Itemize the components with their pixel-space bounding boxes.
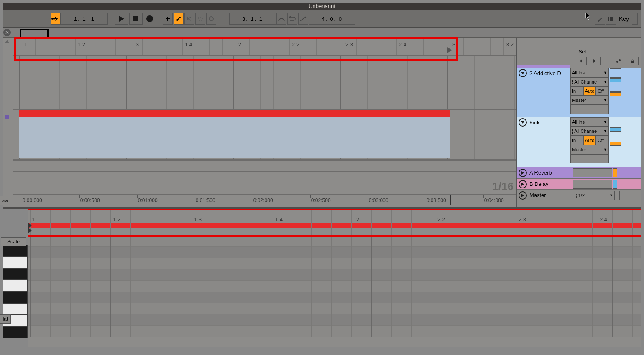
overdub-plus-button[interactable]	[163, 13, 173, 25]
loop-start-display[interactable]: 3. 1. 1	[229, 13, 276, 25]
clip-beat-ruler[interactable]: 11.21.31.422.22.32.4	[28, 209, 641, 236]
draw-mode-button[interactable]: aw	[0, 196, 10, 205]
note-row[interactable]	[28, 326, 641, 337]
envelope-curve-b-button[interactable]	[298, 13, 308, 25]
next-locator-button[interactable]	[589, 57, 601, 65]
note-row[interactable]	[28, 247, 641, 258]
monitor-in-button[interactable]: In	[570, 86, 583, 96]
midi-map-button[interactable]	[606, 13, 616, 25]
track-name[interactable]: 2 Addictive D	[529, 70, 561, 76]
input-channel-dropdown[interactable]: ¦ All Channe▼	[570, 77, 609, 86]
output-channel-dropdown[interactable]	[570, 154, 609, 163]
time-ruler[interactable]: 0:00:0000:00:5000:01:0000:01:5000:02:000…	[13, 195, 516, 205]
beat-ruler[interactable]: 11.21.31.422.22.32.433.2	[13, 38, 516, 56]
back-to-arrangement-button[interactable]	[184, 13, 194, 25]
scale-button[interactable]: Scale	[1, 237, 26, 246]
piano-key[interactable]	[3, 303, 28, 315]
note-row[interactable]	[28, 281, 641, 292]
monitor-auto-button[interactable]: Auto	[583, 86, 596, 96]
return-slot[interactable]	[573, 168, 612, 178]
master-lane[interactable]: 1/16	[13, 183, 516, 195]
stop-button[interactable]	[129, 13, 143, 25]
mixer-slot[interactable]	[610, 118, 621, 127]
loop-brackets-button[interactable]	[195, 13, 205, 25]
arrangement-timeline[interactable]: 11.21.31.422.22.32.433.2 1/16 0:00:0000:…	[13, 38, 517, 207]
fold-track-button[interactable]	[519, 69, 527, 77]
track-row[interactable]	[13, 110, 516, 160]
arrangement-overview[interactable]: ✕	[3, 28, 641, 38]
automation-arm-button[interactable]	[174, 13, 184, 25]
note-row[interactable]	[28, 258, 641, 269]
track-row[interactable]	[13, 56, 516, 110]
return-extra[interactable]	[613, 168, 617, 178]
play-button[interactable]	[115, 13, 128, 25]
piano-roll-keys[interactable]: Scale lat	[3, 209, 28, 347]
piano-key[interactable]	[3, 327, 28, 338]
piano-key[interactable]	[3, 268, 28, 280]
return-lane[interactable]	[13, 160, 516, 171]
mixer-slot[interactable]	[610, 127, 621, 132]
monitor-in-button[interactable]: In	[570, 136, 583, 145]
mixer-slot[interactable]	[610, 68, 621, 78]
note-row[interactable]	[28, 292, 641, 303]
gutter-triangle-icon[interactable]	[5, 40, 9, 43]
monitor-auto-button[interactable]: Auto	[583, 136, 596, 145]
piano-key[interactable]	[3, 280, 28, 292]
track-header[interactable]: 2 Addictive D	[517, 68, 573, 78]
close-overview-icon[interactable]: ✕	[3, 29, 11, 36]
metronome-button[interactable]	[206, 13, 216, 25]
piano-key[interactable]	[3, 292, 28, 303]
loop-length-display[interactable]: 4. 0. 0	[309, 13, 355, 25]
mixer-slot[interactable]	[610, 83, 621, 92]
master-track-header[interactable]: Master ¦¦ 1/2▼	[517, 189, 641, 200]
mixer-slot[interactable]	[610, 132, 621, 141]
mixer-slot[interactable]	[610, 142, 621, 146]
play-master-icon[interactable]	[519, 191, 527, 200]
play-return-icon[interactable]	[519, 180, 527, 188]
return-slot[interactable]	[573, 180, 612, 189]
set-button[interactable]: Set	[575, 48, 590, 56]
lock-envelopes-button[interactable]	[627, 57, 639, 65]
song-position-display[interactable]: 1. 1. 1	[61, 13, 108, 25]
input-type-dropdown[interactable]: All Ins▼	[570, 68, 609, 77]
monitor-off-button[interactable]: Off	[596, 86, 609, 96]
record-button[interactable]	[143, 13, 156, 24]
fold-track-button[interactable]	[519, 118, 527, 127]
overview-view-rect[interactable]	[20, 29, 49, 39]
loop-switch-button[interactable]	[287, 13, 297, 25]
input-type-dropdown[interactable]: All Ins▼	[570, 117, 609, 127]
pencil-button[interactable]	[595, 13, 605, 25]
output-channel-dropdown[interactable]	[570, 105, 609, 114]
mixer-slot[interactable]	[610, 78, 621, 82]
return-extra[interactable]	[613, 180, 617, 189]
input-channel-dropdown[interactable]: ¦ All Channe▼	[570, 127, 609, 136]
key-map-button[interactable]: Key	[616, 15, 631, 22]
follow-button[interactable]	[51, 13, 61, 25]
note-row[interactable]	[28, 236, 641, 247]
automation-mode-button[interactable]	[613, 57, 624, 65]
master-extra[interactable]	[616, 191, 620, 200]
track-name[interactable]: Kick	[529, 119, 540, 126]
note-row[interactable]	[28, 303, 641, 314]
return-track-header[interactable]: A Reverb	[517, 167, 641, 178]
piano-key[interactable]	[3, 256, 28, 268]
flat-button[interactable]: lat	[0, 314, 11, 324]
piano-key[interactable]	[3, 245, 28, 256]
gutter-locator-icon[interactable]	[5, 115, 9, 119]
return-lane[interactable]	[13, 171, 516, 183]
loop-end-flag-icon[interactable]	[447, 47, 452, 53]
return-track-header[interactable]: B Delay	[517, 178, 641, 189]
master-output-dropdown[interactable]: ¦¦ 1/2▼	[573, 191, 615, 200]
note-row[interactable]	[28, 314, 641, 326]
midi-clip[interactable]	[19, 110, 450, 117]
prev-locator-button[interactable]	[575, 57, 587, 65]
midi-note-area[interactable]: 11.21.31.422.22.32.4	[28, 209, 641, 347]
envelope-curve-a-button[interactable]	[276, 13, 286, 25]
mixer-slot[interactable]	[610, 92, 621, 96]
clip-loop-bar[interactable]	[28, 223, 641, 228]
output-dropdown[interactable]: Master▼	[570, 145, 609, 154]
midi-note-grid[interactable]	[28, 236, 641, 337]
play-return-icon[interactable]	[519, 169, 527, 177]
playhead[interactable]	[450, 195, 451, 205]
output-dropdown[interactable]: Master▼	[570, 96, 609, 105]
